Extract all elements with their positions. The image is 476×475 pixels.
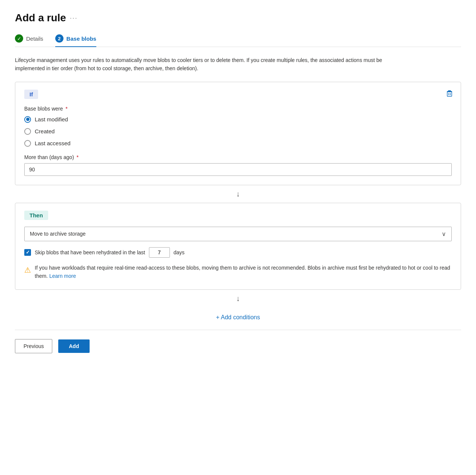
arrow-connector-2: ↓ (15, 290, 461, 307)
tabs-row: ✓ Details 2 Base blobs (15, 34, 461, 47)
radio-group-blob-condition: Last modified Created Last accessed (24, 116, 452, 147)
page-title-row: Add a rule ··· (15, 12, 461, 24)
warning-text: If you have workloads that require real-… (35, 264, 452, 280)
description-text: Lifecycle management uses your rules to … (15, 56, 411, 73)
radio-label-last-accessed: Last accessed (35, 140, 71, 146)
tab-details-check-icon: ✓ (15, 34, 23, 43)
if-badge: If (24, 90, 38, 99)
then-badge: Then (24, 211, 48, 220)
add-button[interactable]: Add (58, 339, 89, 353)
radio-circle-created (24, 128, 31, 135)
then-card: Then Move to archive storage ∨ ✓ Skip bl… (15, 203, 461, 290)
footer-divider (15, 330, 461, 330)
checkbox-label-prefix: Skip blobs that have been rehydrated in … (35, 249, 145, 255)
rehydrated-days-input[interactable] (149, 247, 170, 258)
add-conditions-button[interactable]: + Add conditions (216, 314, 260, 321)
delete-if-button[interactable] (444, 88, 455, 100)
footer-row: Previous Add (15, 339, 461, 353)
base-blobs-were-label: Base blobs were * (24, 106, 452, 112)
radio-last-accessed[interactable]: Last accessed (24, 140, 452, 147)
previous-button[interactable]: Previous (15, 339, 52, 353)
page-title-ellipsis: ··· (70, 14, 78, 22)
if-card: If Base blobs were * Last modified Creat… (15, 82, 461, 185)
days-ago-label: More than (days ago) * (24, 154, 452, 160)
skip-rehydrated-row: ✓ Skip blobs that have been rehydrated i… (24, 247, 452, 258)
action-dropdown-value: Move to archive storage (30, 231, 85, 237)
radio-dot-last-modified (26, 118, 29, 121)
dropdown-chevron-icon: ∨ (442, 230, 446, 238)
warning-box: ⚠ If you have workloads that require rea… (24, 264, 452, 280)
svg-rect-0 (448, 90, 451, 91)
tab-base-blobs[interactable]: 2 Base blobs (55, 34, 96, 47)
radio-label-last-modified: Last modified (35, 116, 68, 122)
add-conditions-label: + Add conditions (216, 314, 260, 321)
days-ago-input[interactable] (24, 163, 452, 176)
days-required-marker: * (77, 154, 78, 160)
tab-base-blobs-label: Base blobs (66, 35, 96, 42)
skip-rehydrated-checkbox[interactable]: ✓ (24, 249, 31, 256)
add-conditions-row: + Add conditions (15, 307, 461, 324)
radio-last-modified[interactable]: Last modified (24, 116, 452, 123)
radio-circle-last-modified (24, 116, 31, 123)
tab-details[interactable]: ✓ Details (15, 34, 43, 47)
action-dropdown[interactable]: Move to archive storage ∨ (24, 227, 452, 241)
page-title: Add a rule (15, 12, 66, 24)
radio-label-created: Created (35, 128, 55, 134)
svg-rect-2 (447, 92, 452, 96)
arrow-connector-1: ↓ (15, 185, 461, 203)
radio-circle-last-accessed (24, 140, 31, 147)
checkbox-checkmark-icon: ✓ (26, 249, 30, 255)
radio-created[interactable]: Created (24, 128, 452, 135)
learn-more-link[interactable]: Learn more (49, 273, 76, 279)
tab-base-blobs-badge: 2 (55, 34, 63, 43)
checkbox-label-suffix: days (174, 249, 185, 255)
required-marker: * (65, 106, 67, 112)
warning-icon: ⚠ (24, 264, 31, 276)
tab-details-label: Details (26, 35, 43, 42)
